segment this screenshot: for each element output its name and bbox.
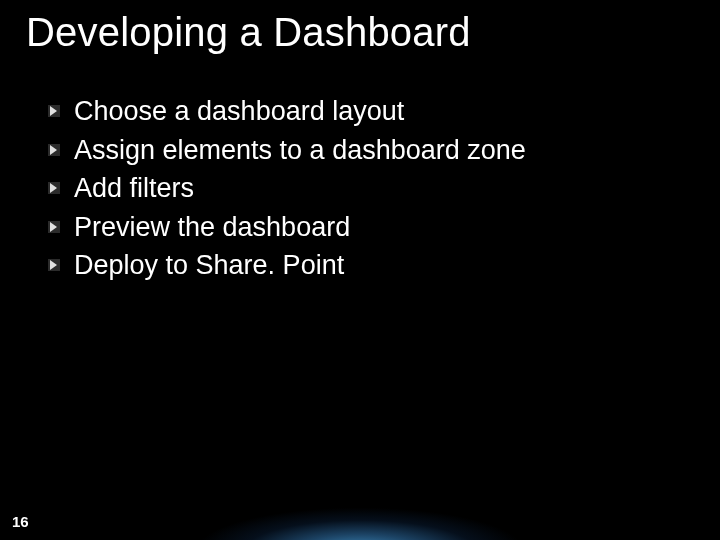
bullet-arrow-icon: [48, 105, 60, 117]
slide: Developing a Dashboard Choose a dashboar…: [0, 0, 720, 540]
list-item: Assign elements to a dashboard zone: [48, 133, 526, 168]
bullet-text: Add filters: [74, 171, 194, 206]
page-number: 16: [12, 513, 29, 530]
bullet-arrow-icon: [48, 144, 60, 156]
bullet-arrow-icon: [48, 221, 60, 233]
slide-title: Developing a Dashboard: [26, 10, 471, 55]
bullet-arrow-icon: [48, 259, 60, 271]
list-item: Add filters: [48, 171, 526, 206]
list-item: Preview the dashboard: [48, 210, 526, 245]
bullet-text: Deploy to Share. Point: [74, 248, 344, 283]
bullet-list: Choose a dashboard layout Assign element…: [48, 94, 526, 287]
list-item: Deploy to Share. Point: [48, 248, 526, 283]
footer-glow-decoration: [150, 470, 570, 540]
bullet-text: Choose a dashboard layout: [74, 94, 404, 129]
bullet-text: Assign elements to a dashboard zone: [74, 133, 526, 168]
list-item: Choose a dashboard layout: [48, 94, 526, 129]
bullet-arrow-icon: [48, 182, 60, 194]
bullet-text: Preview the dashboard: [74, 210, 350, 245]
